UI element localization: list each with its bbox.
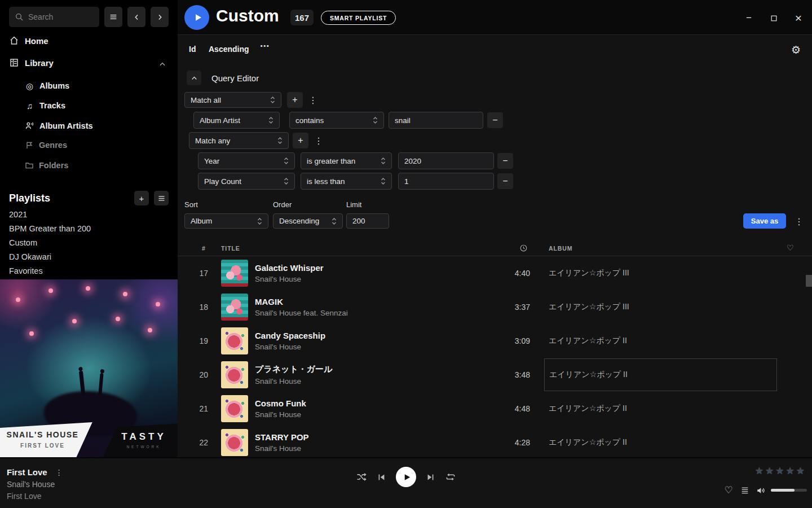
group-rule-menu-button[interactable]: ⋮ (313, 133, 324, 148)
sort-field-control[interactable]: Id (189, 45, 196, 54)
track-album: エイリアン☆ポップ III (549, 268, 812, 278)
star-icon[interactable]: ★ (775, 465, 784, 477)
minimize-button[interactable]: − (741, 10, 757, 26)
playlist-item-custom[interactable]: Custom (9, 238, 37, 247)
cover-lantern (156, 302, 160, 306)
query-editor-collapse-button[interactable] (187, 71, 201, 85)
root-rule-menu-button[interactable]: ⋮ (307, 92, 319, 108)
star-icon[interactable]: ★ (786, 465, 795, 477)
play-playlist-button[interactable] (184, 5, 209, 30)
sidebar-top-bar (9, 7, 169, 27)
track-index: 18 (178, 303, 211, 312)
add-playlist-button[interactable]: + (134, 191, 149, 205)
playlist-item-dj-okawari[interactable]: DJ Okawari (9, 252, 51, 261)
track-artist: Snail's House (255, 377, 492, 386)
sidebar-item-home[interactable]: Home (9, 36, 48, 46)
volume-button[interactable] (756, 485, 766, 496)
sidebar: Home Library ◎ Albums ♫ Tracks Album Art… (0, 0, 178, 457)
sort-direction-control[interactable]: Ascending (209, 45, 249, 54)
add-group-rule-button[interactable]: + (293, 133, 308, 148)
group-rule-field-select[interactable]: Year (198, 152, 295, 169)
sidebar-item-album-artists[interactable]: Album Artists (25, 121, 93, 130)
more-options-button[interactable]: ⋯ (260, 41, 270, 51)
add-rule-button[interactable]: + (287, 92, 303, 108)
play-icon (193, 13, 202, 22)
now-playing-cover-art[interactable]: SNAIL'S HOUSE FIRST LOVE TASTY NETWORK (0, 279, 178, 457)
sidebar-item-albums[interactable]: ◎ Albums (25, 81, 69, 90)
cover-lantern (123, 292, 127, 296)
minus-icon: − (492, 115, 497, 125)
settings-button[interactable]: ⚙ (791, 43, 801, 56)
remove-rule-button[interactable]: − (497, 153, 513, 169)
rule-value-input[interactable] (389, 112, 483, 129)
select-caret-icon (381, 157, 386, 165)
favorite-button[interactable]: ♡ (723, 484, 734, 496)
repeat-button[interactable] (445, 471, 456, 483)
queue-button[interactable] (740, 486, 749, 495)
playlist-item-2021[interactable]: 2021 (9, 210, 27, 219)
sidebar-item-tracks[interactable]: ♫ Tracks (25, 101, 65, 110)
volume-slider[interactable] (771, 489, 807, 492)
track-row[interactable]: 19 Candy Spaceship Snail's House 3:09 エイ… (178, 324, 812, 358)
track-row[interactable]: 22 STARRY POP Snail's House 4:28 エイリアン☆ポ… (178, 426, 812, 457)
shuffle-button[interactable] (356, 471, 367, 483)
track-meta: Cosmo Funk Snail's House (255, 398, 492, 419)
group-rule-operator-select[interactable]: is less than (301, 173, 392, 190)
group-rule-operator-select[interactable]: is greater than (301, 152, 392, 169)
track-album-art (221, 294, 248, 321)
track-index: 20 (178, 370, 211, 379)
sidebar-item-library[interactable]: Library (9, 58, 54, 68)
nav-forward-button[interactable] (151, 7, 169, 27)
track-album-focused-cell[interactable]: エイリアン☆ポップ II (544, 358, 777, 391)
remove-rule-button[interactable]: − (487, 112, 503, 128)
sort-select[interactable]: Album (184, 213, 268, 229)
rule-operator-select[interactable]: contains (289, 112, 384, 129)
column-header-title: TITLE (221, 245, 240, 252)
page-title: Custom (216, 6, 279, 25)
rule-field-select[interactable]: Album Artist (193, 112, 280, 129)
group-rule-field-select[interactable]: Play Count (198, 173, 295, 190)
sidebar-item-genres[interactable]: Genres (25, 141, 67, 150)
gear-icon: ⚙ (791, 44, 801, 56)
track-row[interactable]: 20 プラネット・ガール Snail's House 3:48 エイリアン☆ポッ… (178, 358, 812, 392)
sidebar-item-folders[interactable]: Folders (25, 161, 68, 170)
collapse-chevron-up-icon[interactable] (158, 60, 166, 68)
order-select[interactable]: Descending (273, 213, 343, 229)
maximize-button[interactable] (766, 10, 782, 26)
previous-track-button[interactable] (377, 472, 386, 482)
save-as-button[interactable]: Save as (743, 213, 786, 229)
track-row[interactable]: 21 Cosmo Funk Snail's House 4:48 エイリアン☆ポ… (178, 392, 812, 426)
group-match-select[interactable]: Match any (189, 132, 289, 149)
menu-button[interactable] (104, 7, 122, 27)
manage-playlists-button[interactable] (154, 191, 169, 205)
track-row[interactable]: 17 Galactic Whisper Snail's House 4:40 エ… (178, 256, 812, 290)
group-rule-value-input[interactable] (398, 173, 494, 190)
now-playing-menu-button[interactable]: ⋮ (55, 468, 63, 477)
play-pause-button[interactable] (396, 467, 416, 487)
playlist-item-bpm[interactable]: BPM Greater than 200 (9, 224, 91, 233)
track-row[interactable]: 18 MAGIK Snail's House feat. Sennzai 3:3… (178, 290, 812, 324)
cover-artist-text: SNAIL'S HOUSE (5, 430, 81, 439)
limit-label: Limit (346, 200, 361, 209)
star-icon[interactable]: ★ (755, 465, 764, 477)
remove-rule-button[interactable]: − (497, 173, 513, 189)
star-icon[interactable]: ★ (796, 465, 805, 477)
now-playing-artist: Snail's House (7, 480, 55, 489)
playlists-header: Playlists + (9, 191, 169, 205)
next-track-button[interactable] (426, 472, 435, 482)
select-caret-icon (284, 157, 289, 165)
search-input[interactable] (28, 12, 90, 21)
cover-title-text: FIRST LOVE (5, 443, 81, 449)
group-rule-value-input[interactable] (398, 152, 494, 169)
star-icon[interactable]: ★ (765, 465, 774, 477)
playlist-item-favorites[interactable]: Favorites (9, 266, 43, 275)
player-bar: First Love ⋮ Snail's House First Love 0:… (0, 457, 812, 508)
track-index: 19 (178, 336, 211, 345)
save-menu-button[interactable]: ⋮ (793, 213, 805, 229)
scrollbar-thumb[interactable] (806, 275, 812, 287)
limit-input[interactable] (346, 213, 389, 229)
root-match-select[interactable]: Match all (184, 92, 281, 108)
close-button[interactable]: × (791, 10, 806, 26)
search-box[interactable] (9, 7, 99, 27)
nav-back-button[interactable] (127, 7, 145, 27)
